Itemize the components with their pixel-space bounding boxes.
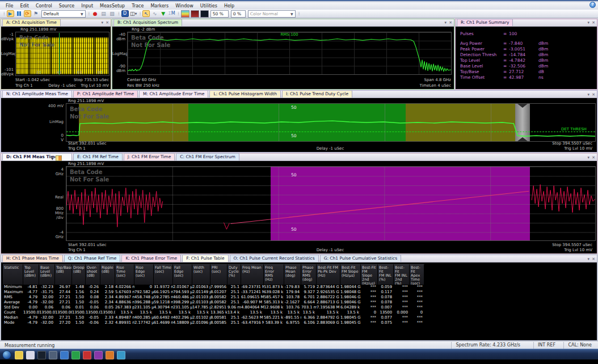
amplitude-tab[interactable]: L: Ch1 Pulse Histogram Width [209,90,280,98]
stats-header-cell[interactable]: Base Level (dBm) [39,264,55,285]
stats-header-cell[interactable]: Best-Fit FM INL (%) [378,264,394,285]
amplitude-tab[interactable]: M: Ch1 Amplitude Error Time [139,90,208,98]
stats-header-cell[interactable]: Phase Mean (deg) [284,264,301,285]
band-marker-icon[interactable]: ∿ [151,10,158,17]
stats-header-cell[interactable]: Statistic [3,264,23,285]
stats-header-cell[interactable]: Top Level (dBm) [23,264,39,285]
trigger-flag-icon[interactable]: ⚑ [32,10,40,17]
fm-tab[interactable]: C: Ch1 FM Error Spectrum [176,153,239,160]
marker-table-icon[interactable]: ⌶M [168,10,175,17]
layout-grid-icon[interactable]: ◫▼ [130,10,137,17]
stats-header-cell[interactable]: Best-Fit Apex Time (sec) [410,264,424,285]
pulse-statistics-table[interactable]: StatisticTop Level (dBm)Base Level (dBm)… [3,264,424,325]
help-icon[interactable]: ? [589,2,596,8]
pause-button[interactable] [15,10,23,17]
stats-header-cell[interactable]: Fall Edge (sec) [173,264,192,285]
stats-header-cell[interactable]: Rise Time (sec) [115,264,134,285]
stats-header-cell[interactable]: Best-Fit FM Slope 2nd (Hz/µs) [361,264,378,285]
taskbar-app-icon[interactable] [60,351,69,359]
amplitude-tab[interactable]: P: Ch1 Amplitude Ref Time [73,90,138,98]
minimize-icon[interactable]: ▾ [588,155,590,160]
stats-header-cell[interactable]: Best-Fit FM Slope (Hz/µs) [340,264,361,285]
taskbar-app-icon[interactable] [49,351,57,359]
spectrogram-thumb3-icon[interactable] [200,10,209,18]
trace-style-icon[interactable] [56,155,62,161]
stats-header-cell[interactable]: Over- shoot (dB) [86,264,100,285]
menu-item[interactable]: Utilities [197,3,221,9]
stats-tab[interactable]: K: Ch1 Phase Error Time [121,255,181,262]
stats-header-cell[interactable]: PRI (sec) [210,264,228,285]
cal-indicator[interactable]: CAL: None [563,342,596,349]
stats-header-cell[interactable]: Freq Error RMS (Hz) [264,264,284,285]
fm-meas-plot[interactable]: Beta CodeNot For Sale 50 50 [66,166,596,241]
stats-header-cell[interactable]: Best-Fit FM Pk-Pk Dev (Hz) [317,264,340,285]
stats-header-cell[interactable]: Ripple (dB) [100,264,115,285]
stats-header-cell[interactable]: Phase Error RMS (deg) [301,264,317,285]
zoom-percent-field[interactable]: 50 % [210,10,229,18]
menu-item[interactable]: Help [221,3,238,9]
close-icon[interactable]: ✕ [592,155,595,160]
stats-header-cell[interactable]: Top/Base (dB) [55,264,72,285]
close-icon[interactable]: ✕ [592,257,595,261]
amplitude-tab[interactable]: N: Ch1 Amplitude Meas Time [2,90,72,98]
minimize-icon[interactable]: ▾ [102,20,104,25]
stats-tab[interactable]: H: Ch1 Phase Meas Time [2,255,63,262]
stats-header-cell[interactable]: Width (sec) [192,264,210,285]
minimize-icon[interactable]: ▾ [588,20,590,25]
stats-header-cell[interactable]: Best-Fit FM INL 2nd (%) [394,264,410,285]
menu-item[interactable]: MeasSetup [96,3,128,9]
close-icon[interactable]: ✕ [106,20,109,25]
record-button[interactable]: ● [91,10,99,17]
reference-indicator[interactable]: INT REF [533,342,559,349]
menu-item[interactable]: Control [32,3,56,9]
copy-screen-icon[interactable]: ▤ [100,10,107,17]
stats-header-cell[interactable]: Rise Edge (sec) [134,264,154,285]
taskbar-app-icon[interactable] [26,351,35,359]
tab-pulse-summary[interactable]: R: Ch1 Pulse Summary [457,19,513,26]
amplitude-tab[interactable]: I: Ch1 Pulse Trend Duty Cycle [282,90,352,98]
restart-button[interactable]: ⟳ [24,10,31,17]
windows-start-button[interactable] [2,350,11,359]
taskbar-app-icon[interactable] [117,351,125,359]
stats-tab[interactable]: Q: Ch1 Phase Ref Time [64,255,121,262]
transparency-percent-field[interactable]: 0 % [231,10,246,18]
taskbar-app-icon[interactable] [83,351,91,359]
minimize-icon[interactable]: ▾ [445,20,447,25]
display-icon[interactable]: D [121,10,129,17]
stats-header-cell[interactable]: Droop (dB) [72,264,86,285]
stats-tab[interactable]: F: Ch1 Pulse Table [182,255,228,262]
stats-tab[interactable]: O: Ch1 Pulse Current Record Statistics [230,255,319,262]
play-button[interactable]: ▶ [7,10,14,17]
minimize-icon[interactable]: ▾ [588,257,590,261]
menu-item[interactable]: File [2,3,16,9]
menu-item[interactable]: Source [56,3,78,9]
export-trace-icon[interactable]: ▧ [108,10,116,17]
spectrogram-thumb-icon[interactable] [181,10,189,18]
close-icon[interactable]: ✕ [449,20,452,25]
amplitude-meas-plot[interactable]: Beta CodeNot For Sale 50 50 DET THRESH [66,103,596,142]
spectrogram-thumb2-icon[interactable] [191,10,199,18]
time-cursor-line[interactable] [59,33,60,75]
close-icon[interactable]: ✕ [592,92,595,97]
stats-header-cell[interactable]: Freq Mean (Hz) [241,264,264,285]
stats-tab[interactable]: G: Ch1 Pulse Cumulative Statistics [320,255,401,262]
menu-item[interactable]: Edit [16,3,32,9]
menu-item[interactable]: Trace [128,3,147,9]
stats-header-cell[interactable]: Duty Cycle (%) [228,264,241,285]
taskbar-app-icon[interactable] [71,351,80,359]
menu-item[interactable]: Window [172,3,197,9]
chevron-down-icon[interactable]: ▼ [51,156,54,160]
stats-header-cell[interactable]: Fall Time (sec) [154,264,173,285]
acquisition-time-plot[interactable]: Beta CodeNot For Sale 121416181 [15,32,110,76]
fm-tab[interactable]: E: Ch1 FM Ref Time [73,153,123,160]
color-scheme-dropdown[interactable]: Color Normal ▼ [248,10,296,18]
close-icon[interactable]: ✕ [592,20,595,25]
taskbar-app-icon[interactable] [15,351,23,359]
minimize-icon[interactable]: ▾ [588,92,590,97]
menu-item[interactable]: Markers [147,3,172,9]
tab-acquisition-spectrum[interactable]: B: Ch1 Acquisition Spectrum [113,19,182,26]
select-tool-icon[interactable]: ↖ [142,10,150,17]
taskbar-app-icon[interactable] [106,351,114,359]
taskbar-app-icon[interactable] [37,351,46,359]
acquisition-spectrum-plot[interactable]: Beta CodeNot For Sale RMS:100 [127,32,452,75]
